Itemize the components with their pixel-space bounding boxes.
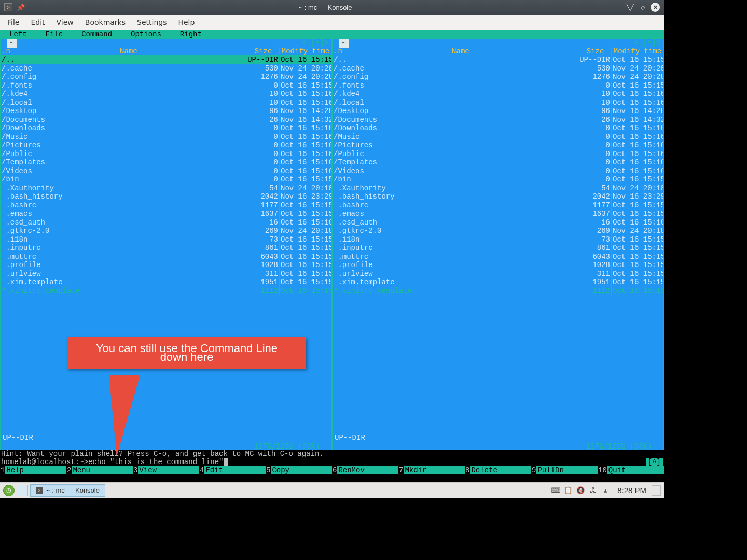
left-panel-controls[interactable]: <.[^]> <box>302 39 328 48</box>
right-panel[interactable]: ~<.[^]>.nNameSizeModify time/..UP--DIROc… <box>332 39 664 450</box>
list-item[interactable]: .xim.template1951Oct 16 15:15 <box>1 278 331 287</box>
right-col-size[interactable]: Size <box>579 47 612 55</box>
right-cwd[interactable]: ~ <box>339 39 349 48</box>
konsole-menu-view[interactable]: View <box>57 18 74 26</box>
list-item[interactable]: /Documents26Nov 16 14:32 <box>1 116 331 124</box>
list-item[interactable]: /bin0Oct 16 15:15 <box>1 175 331 184</box>
mc-menu-command[interactable]: Command <box>72 31 121 38</box>
fn-mkdir[interactable]: 7Mkdir <box>398 466 465 474</box>
mc-menu-left[interactable]: Left <box>0 31 36 38</box>
list-item[interactable]: /Documents26Nov 16 14:32 <box>333 116 663 124</box>
list-item[interactable]: /Desktop96Nov 16 14:28 <box>1 107 331 116</box>
konsole-menu-help[interactable]: Help <box>178 18 195 26</box>
list-item[interactable]: /.cache530Nov 24 20:20 <box>1 64 331 73</box>
list-item[interactable]: /.kde410Oct 16 15:16 <box>1 90 331 99</box>
list-item[interactable]: .muttrc6043Oct 16 15:15 <box>333 253 663 261</box>
list-item[interactable]: .bashrc1177Oct 16 15:15 <box>1 201 331 210</box>
list-item[interactable]: /.fonts0Oct 16 15:15 <box>1 81 331 90</box>
list-item[interactable]: .emacs1637Oct 16 15:15 <box>333 209 663 218</box>
list-item[interactable]: .urlview311Oct 16 15:15 <box>333 270 663 278</box>
list-item[interactable]: /Downloads0Oct 16 15:16 <box>333 124 663 133</box>
taskbar-task-konsole[interactable]: > ~ : mc — Konsole <box>30 484 105 497</box>
konsole-menu-file[interactable]: File <box>7 18 19 26</box>
list-item[interactable]: /Videos0Oct 16 15:16 <box>1 167 331 176</box>
list-item[interactable]: .muttrc6043Oct 16 15:15 <box>1 253 331 261</box>
list-item[interactable]: /.cache530Nov 24 20:20 <box>333 64 663 73</box>
clipboard-icon[interactable]: 📋 <box>564 487 572 494</box>
list-item[interactable]: *.xinitrc.template1112Oct 16 15:15 <box>333 287 663 296</box>
show-desktop-button[interactable] <box>17 485 28 496</box>
list-item[interactable]: /.kde410Oct 16 15:16 <box>333 90 663 99</box>
list-item[interactable]: *.xinitrc.template1112Oct 16 15:15 <box>1 287 331 296</box>
list-item[interactable]: .inputrc861Oct 16 15:15 <box>1 244 331 253</box>
mc-menu-options[interactable]: Options <box>121 31 171 38</box>
fn-edit[interactable]: 4Edit <box>199 466 266 474</box>
fn-delete[interactable]: 8Delete <box>465 466 531 474</box>
list-item[interactable]: /Pictures0Oct 16 15:16 <box>1 141 331 150</box>
list-item[interactable]: .esd_auth16Oct 16 15:16 <box>333 218 663 227</box>
fn-menu[interactable]: 2Menu <box>66 466 133 474</box>
list-item[interactable]: .i18n73Oct 16 15:15 <box>333 235 663 244</box>
list-item[interactable]: .bashrc1177Oct 16 15:15 <box>333 201 663 210</box>
command-line[interactable]: homelab@localhost:~> echo "this is the c… <box>0 458 664 466</box>
fn-pulldn[interactable]: 9PullDn <box>531 466 598 474</box>
network-icon[interactable]: 🖧 <box>589 487 597 494</box>
minimize-button[interactable]: ╲╱ <box>626 3 635 12</box>
clock[interactable]: 8:28 PM <box>617 486 646 495</box>
left-cwd[interactable]: ~ <box>7 39 17 48</box>
list-item[interactable]: /bin0Oct 16 15:15 <box>333 175 663 184</box>
list-item[interactable]: .gtkrc-2.0269Nov 24 20:18 <box>1 227 331 235</box>
list-item[interactable]: .profile1028Oct 16 15:15 <box>1 261 331 270</box>
list-item[interactable]: .Xauthority54Nov 24 20:18 <box>1 184 331 193</box>
keyboard-icon[interactable]: ⌨ <box>552 487 559 494</box>
list-item[interactable]: .xim.template1951Oct 16 15:15 <box>333 278 663 287</box>
fn-view[interactable]: 3View <box>133 466 199 474</box>
terminal-area[interactable]: LeftFileCommandOptionsRight ~<.[^]>.nNam… <box>0 30 664 482</box>
list-item[interactable]: .profile1028Oct 16 15:15 <box>333 261 663 270</box>
list-item[interactable]: /Public0Oct 16 15:16 <box>333 150 663 159</box>
list-item[interactable]: /..UP--DIROct 16 15:15 <box>333 55 663 64</box>
left-file-list[interactable]: /..UP--DIROct 16 15:15/.cache530Nov 24 2… <box>1 55 331 433</box>
list-item[interactable]: .emacs1637Oct 16 15:15 <box>1 209 331 218</box>
list-item[interactable]: .bash_history2042Nov 16 23:29 <box>333 192 663 201</box>
list-item[interactable]: .bash_history2042Nov 16 23:29 <box>1 192 331 201</box>
volume-icon[interactable]: 🔇 <box>577 487 584 494</box>
konsole-menu-edit[interactable]: Edit <box>31 18 45 26</box>
start-button[interactable]: ◷ <box>3 485 15 496</box>
right-file-list[interactable]: /..UP--DIROct 16 15:15/.cache530Nov 24 2… <box>333 55 663 433</box>
list-item[interactable]: /Music0Oct 16 15:16 <box>1 133 331 142</box>
list-item[interactable]: .inputrc861Oct 16 15:15 <box>333 244 663 253</box>
list-item[interactable]: /.config1276Nov 24 20:28 <box>333 73 663 81</box>
list-item[interactable]: /.config1276Nov 24 20:28 <box>1 73 331 81</box>
fn-copy[interactable]: 5Copy <box>266 466 332 474</box>
right-col-name[interactable]: .nName <box>333 47 579 55</box>
panel-toggle-widget[interactable]: [^] <box>646 458 663 466</box>
maximize-button[interactable]: ◇ <box>638 3 647 12</box>
tray-expand-icon[interactable]: ▴ <box>602 487 609 494</box>
list-item[interactable]: .urlview311Oct 16 15:15 <box>1 270 331 278</box>
fn-quit[interactable]: 10Quit <box>598 466 664 474</box>
list-item[interactable]: /Videos0Oct 16 15:16 <box>333 167 663 176</box>
list-item[interactable]: /.local10Oct 16 15:16 <box>333 99 663 107</box>
konsole-menu-settings[interactable]: Settings <box>137 18 167 26</box>
list-item[interactable]: /Downloads0Oct 16 15:16 <box>1 124 331 133</box>
mc-menu-right[interactable]: Right <box>171 31 211 38</box>
fn-help[interactable]: 1Help <box>0 466 66 474</box>
list-item[interactable]: /.fonts0Oct 16 15:15 <box>333 81 663 90</box>
mc-menu-file[interactable]: File <box>36 31 73 38</box>
left-col-size[interactable]: Size <box>247 47 280 55</box>
left-panel[interactable]: ~<.[^]>.nNameSizeModify time/..UP--DIROc… <box>0 39 332 450</box>
list-item[interactable]: /.local10Oct 16 15:16 <box>1 99 331 107</box>
list-item[interactable]: /..UP--DIROct 16 15:15 <box>1 55 331 64</box>
list-item[interactable]: /Templates0Oct 16 15:16 <box>1 158 331 167</box>
fn-renmov[interactable]: 6RenMov <box>332 466 398 474</box>
mc-menubar[interactable]: LeftFileCommandOptionsRight <box>0 30 664 39</box>
konsole-menu-bookmarks[interactable]: Bookmarks <box>85 18 126 26</box>
close-button[interactable]: ✕ <box>651 3 660 12</box>
list-item[interactable]: .Xauthority54Nov 24 20:18 <box>333 184 663 193</box>
list-item[interactable]: .gtkrc-2.0269Nov 24 20:18 <box>333 227 663 235</box>
list-item[interactable]: .i18n73Oct 16 15:15 <box>1 235 331 244</box>
list-item[interactable]: /Music0Oct 16 15:16 <box>333 133 663 142</box>
left-col-name[interactable]: .nName <box>1 47 247 55</box>
list-item[interactable]: /Public0Oct 16 15:16 <box>1 150 331 159</box>
